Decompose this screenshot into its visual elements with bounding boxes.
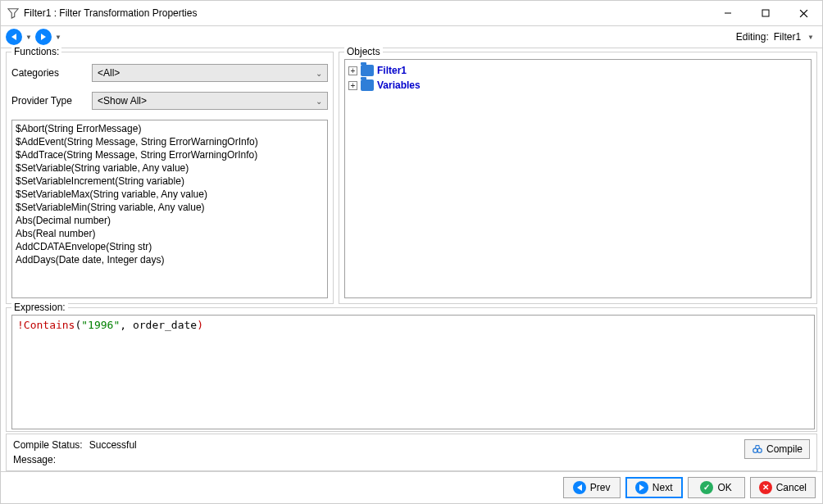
nav-back-dropdown[interactable]: ▼ <box>25 34 32 41</box>
expression-label: Expression: <box>11 302 68 313</box>
compile-button[interactable]: Compile <box>744 439 810 459</box>
message-label: Message: <box>13 454 56 465</box>
toolbar: ▼ ▼ Editing: Filter1 ▼ <box>1 25 822 48</box>
provider-value: <Show All> <box>98 95 147 107</box>
x-icon: ✕ <box>759 481 772 494</box>
functions-label: Functions: <box>11 46 61 57</box>
function-list-item[interactable]: $Abort(String ErrorMessage) <box>16 122 324 135</box>
provider-combo[interactable]: <Show All> ⌄ <box>92 92 328 110</box>
next-button[interactable]: Next <box>625 477 683 498</box>
function-list-item[interactable]: $SetVariableMax(String variable, Any val… <box>16 188 324 201</box>
chevron-down-icon: ⌄ <box>316 69 322 78</box>
compile-status-value: Successful <box>89 439 137 451</box>
arrow-right-icon <box>41 34 46 40</box>
expander-icon[interactable]: + <box>348 66 357 75</box>
categories-value: <All> <box>98 67 120 79</box>
expression-group: Expression: !Contains("1996", order_date… <box>6 307 817 432</box>
function-list-item[interactable]: $SetVariableIncrement(String variable) <box>16 175 324 188</box>
status-section: Compile Status: Successful Message: Comp… <box>1 432 822 471</box>
expander-icon[interactable]: + <box>348 81 357 90</box>
maximize-button[interactable] <box>747 1 784 25</box>
function-list-item[interactable]: $SetVariable(String variable, Any value) <box>16 161 324 175</box>
nav-forward-group: ▼ <box>35 29 65 45</box>
provider-label: Provider Type <box>11 95 85 107</box>
tree-item[interactable]: +Filter1 <box>348 63 807 78</box>
ok-button[interactable]: ✓ OK <box>688 477 745 498</box>
token-arg: , order_date <box>120 319 197 331</box>
prev-button[interactable]: Prev <box>563 477 621 498</box>
compile-status-label: Compile Status: <box>13 439 83 451</box>
tree-item-label: Filter1 <box>377 65 407 76</box>
function-list-item[interactable]: Abs(Decimal number) <box>16 214 324 227</box>
check-icon: ✓ <box>700 481 713 494</box>
next-label: Next <box>652 482 673 493</box>
token-operator: !Contains <box>17 319 75 331</box>
nav-back-group: ▼ <box>6 29 35 45</box>
filter-icon <box>7 7 19 19</box>
categories-label: Categories <box>11 67 85 79</box>
app-window: Filter1 : Filter Transformation Properti… <box>0 0 823 504</box>
function-list-item[interactable]: $AddEvent(String Message, String ErrorWa… <box>16 135 324 148</box>
cancel-button[interactable]: ✕ Cancel <box>750 477 816 498</box>
tree-item-label: Variables <box>377 79 421 91</box>
cancel-label: Cancel <box>776 482 807 493</box>
status-group: Compile Status: Successful Message: Comp… <box>6 434 817 471</box>
folder-icon <box>361 79 374 91</box>
compile-button-label: Compile <box>766 443 803 455</box>
arrow-right-icon <box>635 481 648 494</box>
function-list-item[interactable]: $SetVariableMin(String variable, Any val… <box>16 201 324 214</box>
objects-group: Objects +Filter1+Variables <box>339 52 817 304</box>
editing-label: Editing: <box>736 31 769 43</box>
function-list-item[interactable]: $AddTrace(String Message, String ErrorWa… <box>16 148 324 161</box>
tree-item[interactable]: +Variables <box>348 78 807 93</box>
svg-point-5 <box>757 448 762 452</box>
editing-value: Filter1 <box>774 31 801 43</box>
function-list-item[interactable]: Abs(Real number) <box>16 227 324 240</box>
functions-group: Functions: Categories <All> ⌄ Provider T… <box>6 52 334 304</box>
function-list-item[interactable]: AddCDATAEnvelope(String str) <box>16 240 324 253</box>
expression-section: Expression: !Contains("1996", order_date… <box>1 304 822 432</box>
function-list[interactable]: $Abort(String ErrorMessage)$AddEvent(Str… <box>11 120 328 298</box>
svg-rect-1 <box>762 10 769 16</box>
nav-back-button[interactable] <box>6 29 22 45</box>
nav-forward-dropdown[interactable]: ▼ <box>55 34 61 41</box>
objects-tree[interactable]: +Filter1+Variables <box>344 59 812 298</box>
svg-point-4 <box>753 448 757 452</box>
categories-row: Categories <All> ⌄ <box>11 64 328 82</box>
footer-buttons: Prev Next ✓ OK ✕ Cancel <box>1 471 822 503</box>
objects-label: Objects <box>344 46 383 57</box>
provider-row: Provider Type <Show All> ⌄ <box>11 92 328 110</box>
window-controls <box>709 1 822 25</box>
editing-dropdown[interactable]: ▼ <box>807 34 814 41</box>
chevron-down-icon: ⌄ <box>316 97 322 106</box>
title-bar: Filter1 : Filter Transformation Properti… <box>1 1 822 25</box>
expression-editor[interactable]: !Contains("1996", order_date) <box>11 315 815 429</box>
arrow-left-icon <box>573 481 586 494</box>
function-list-item[interactable]: AddDays(Date date, Integer days) <box>16 253 324 266</box>
prev-label: Prev <box>590 482 611 493</box>
token-string: "1996" <box>81 319 120 331</box>
categories-combo[interactable]: <All> ⌄ <box>92 64 328 82</box>
main-panels: Functions: Categories <All> ⌄ Provider T… <box>1 48 822 304</box>
nav-forward-button[interactable] <box>35 29 52 45</box>
ok-label: OK <box>717 482 731 493</box>
token-paren: ) <box>197 319 203 331</box>
minimize-button[interactable] <box>709 1 747 25</box>
arrow-left-icon <box>11 34 16 40</box>
window-title: Filter1 : Filter Transformation Properti… <box>24 7 197 19</box>
close-button[interactable] <box>784 1 822 25</box>
binoculars-icon <box>752 443 763 455</box>
folder-icon <box>361 65 374 76</box>
